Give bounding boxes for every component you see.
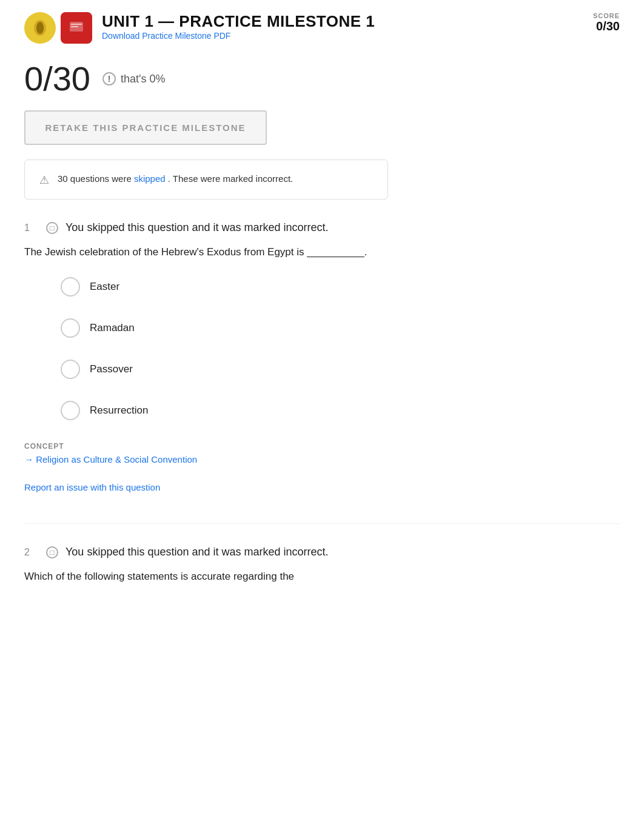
that-text: that's 0%	[121, 73, 165, 86]
concept-section-1: CONCEPT → Religion as Culture & Social C…	[24, 442, 620, 465]
question-status-text-1: You skipped this question and it was mar…	[65, 221, 329, 234]
svg-rect-3	[71, 24, 82, 25]
question-status-text-2: You skipped this question and it was mar…	[65, 546, 329, 558]
concept-label-1: CONCEPT	[24, 442, 620, 451]
option-circle-ramadan[interactable]	[61, 318, 80, 338]
score-area: 0/30 ! that's 0%	[24, 62, 620, 96]
option-circle-resurrection[interactable]	[61, 401, 80, 420]
option-circle-passover[interactable]	[61, 360, 80, 379]
red-icon	[61, 12, 92, 44]
question-text-2: Which of the following statements is acc…	[24, 568, 620, 585]
page-header: UNIT 1 — PRACTICE MILESTONE 1 Download P…	[24, 12, 620, 44]
svg-point-1	[36, 22, 44, 34]
yellow-icon	[24, 12, 56, 44]
svg-rect-4	[71, 26, 78, 27]
big-score: 0/30	[24, 62, 90, 96]
report-link-1[interactable]: Report an issue with this question	[24, 482, 160, 492]
option-circle-easter[interactable]	[61, 277, 80, 297]
download-link[interactable]: Download Practice Milestone PDF	[102, 31, 375, 41]
score-label: SCORE	[593, 12, 620, 19]
question-status-icon-2: □	[46, 546, 58, 558]
question-status-icon-1: □	[46, 222, 58, 234]
question-header-1: 1 □ You skipped this question and it was…	[24, 221, 620, 234]
answer-option-passover[interactable]: Passover	[61, 360, 620, 379]
option-label-easter: Easter	[90, 281, 119, 293]
info-box: ⚠ 30 questions were skipped . These were…	[24, 159, 388, 200]
info-text-part2: . These were marked incorrect.	[168, 173, 293, 184]
question-header-2: 2 □ You skipped this question and it was…	[24, 546, 620, 558]
info-text: 30 questions were skipped . These were m…	[58, 172, 293, 186]
info-text-part1: 30 questions were	[58, 173, 132, 184]
question-number-2: 2	[24, 547, 39, 558]
retake-button[interactable]: RETAKE THIS PRACTICE MILESTONE	[24, 110, 267, 145]
answer-option-easter[interactable]: Easter	[61, 277, 620, 297]
question-divider	[24, 523, 620, 524]
question-block-1: 1 □ You skipped this question and it was…	[24, 221, 620, 493]
skipped-link[interactable]: skipped	[134, 173, 166, 184]
question-number-1: 1	[24, 223, 39, 233]
question-text-1: The Jewish celebration of the Hebrew's E…	[24, 244, 620, 260]
answer-option-resurrection[interactable]: Resurrection	[61, 401, 620, 420]
score-top-right: SCORE 0/30	[593, 12, 620, 33]
header-icons	[24, 12, 92, 44]
warning-icon: !	[102, 72, 116, 86]
concept-link-1[interactable]: → Religion as Culture & Social Conventio…	[24, 454, 197, 464]
page-title: UNIT 1 — PRACTICE MILESTONE 1	[102, 12, 375, 31]
info-icon: ⚠	[39, 173, 49, 187]
option-label-resurrection: Resurrection	[90, 404, 148, 417]
header-text: UNIT 1 — PRACTICE MILESTONE 1 Download P…	[102, 12, 375, 41]
score-percent-area: ! that's 0%	[102, 72, 165, 86]
answer-option-ramadan[interactable]: Ramadan	[61, 318, 620, 338]
option-label-ramadan: Ramadan	[90, 322, 135, 334]
score-top-value: 0/30	[593, 19, 620, 33]
answer-options-1: Easter Ramadan Passover Resurrection	[61, 277, 620, 420]
question-block-2: 2 □ You skipped this question and it was…	[24, 546, 620, 585]
option-label-passover: Passover	[90, 363, 133, 375]
